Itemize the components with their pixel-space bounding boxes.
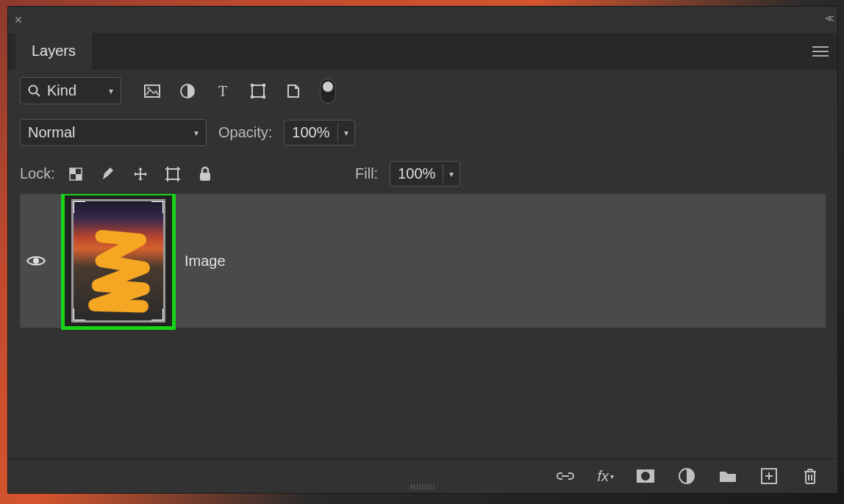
opacity-label: Opacity: — [218, 124, 272, 141]
chevron-down-icon[interactable]: ▾ — [337, 123, 354, 143]
new-group-icon[interactable] — [718, 467, 737, 486]
filter-kind-label: Kind — [47, 82, 103, 99]
svg-text:T: T — [218, 84, 227, 98]
lock-transparency-icon[interactable] — [67, 165, 85, 183]
tab-layers[interactable]: Layers — [15, 32, 92, 70]
filter-type-icon[interactable]: T — [214, 82, 232, 100]
chevron-down-icon[interactable]: ▾ — [443, 165, 459, 184]
search-icon — [28, 84, 41, 98]
filter-row: Kind ▾ T — [8, 70, 837, 112]
collapse-icon[interactable]: << — [826, 12, 832, 24]
svg-rect-16 — [76, 174, 82, 180]
visibility-eye-icon[interactable] — [20, 253, 52, 268]
filter-type-icons: T — [143, 79, 336, 104]
resize-grip[interactable]: HIIIIIII — [410, 483, 436, 492]
layer-name[interactable]: Image — [185, 253, 226, 270]
tab-bar: Layers — [8, 33, 837, 70]
svg-line-4 — [36, 93, 40, 96]
adjustment-layer-icon[interactable] — [677, 467, 696, 486]
filter-kind-dropdown[interactable]: Kind ▾ — [20, 77, 121, 104]
svg-rect-13 — [262, 96, 265, 98]
svg-rect-17 — [168, 169, 178, 179]
add-mask-icon[interactable] — [636, 467, 655, 486]
svg-point-29 — [641, 472, 650, 480]
delete-layer-icon[interactable] — [801, 467, 820, 486]
blend-mode-dropdown[interactable]: Normal ▾ — [20, 119, 207, 146]
close-icon[interactable]: × — [8, 12, 29, 28]
scribble-icon — [74, 201, 163, 319]
opacity-value: 100% — [285, 120, 337, 145]
lock-pixels-icon[interactable] — [99, 165, 117, 183]
lock-position-icon[interactable] — [132, 165, 149, 183]
chevron-down-icon: ▾ — [194, 128, 199, 138]
chevron-down-icon: ▾ — [109, 86, 113, 96]
lock-artboard-icon[interactable] — [164, 165, 182, 183]
layers-panel: × << Layers Kind ▾ T — [7, 6, 838, 494]
svg-rect-11 — [262, 84, 265, 87]
layers-list: Image — [8, 194, 837, 458]
svg-point-3 — [29, 85, 37, 93]
fill-input[interactable]: 100% ▾ — [390, 161, 460, 187]
layer-thumbnail[interactable] — [61, 194, 176, 330]
fill-label: Fill: — [355, 165, 378, 182]
svg-rect-10 — [251, 84, 254, 87]
svg-point-6 — [148, 87, 150, 89]
filter-shape-icon[interactable] — [249, 82, 267, 100]
lock-icons — [67, 165, 214, 183]
blend-mode-label: Normal — [28, 124, 187, 141]
svg-rect-9 — [252, 85, 264, 97]
link-layers-icon[interactable] — [556, 467, 575, 486]
lock-all-icon[interactable] — [196, 165, 214, 183]
fill-value: 100% — [390, 162, 443, 186]
svg-point-27 — [33, 258, 39, 264]
layer-row[interactable]: Image — [20, 194, 826, 328]
panel-menu-icon[interactable] — [812, 45, 829, 58]
lock-row: Lock: Fill: 100% ▾ — [8, 154, 837, 194]
svg-rect-15 — [70, 168, 76, 174]
layer-fx-icon[interactable]: fx▾ — [597, 468, 614, 485]
filter-adjustment-icon[interactable] — [179, 82, 196, 100]
panel-header: × << — [8, 7, 837, 33]
filter-pixel-icon[interactable] — [143, 82, 161, 100]
new-layer-icon[interactable] — [759, 467, 779, 486]
svg-rect-26 — [200, 173, 210, 181]
svg-rect-12 — [251, 96, 254, 98]
opacity-input[interactable]: 100% ▾ — [284, 120, 354, 145]
filter-toggle[interactable] — [320, 79, 336, 104]
filter-smartobject-icon[interactable] — [285, 82, 302, 100]
lock-label: Lock: — [20, 165, 55, 182]
blend-row: Normal ▾ Opacity: 100% ▾ — [8, 112, 837, 154]
